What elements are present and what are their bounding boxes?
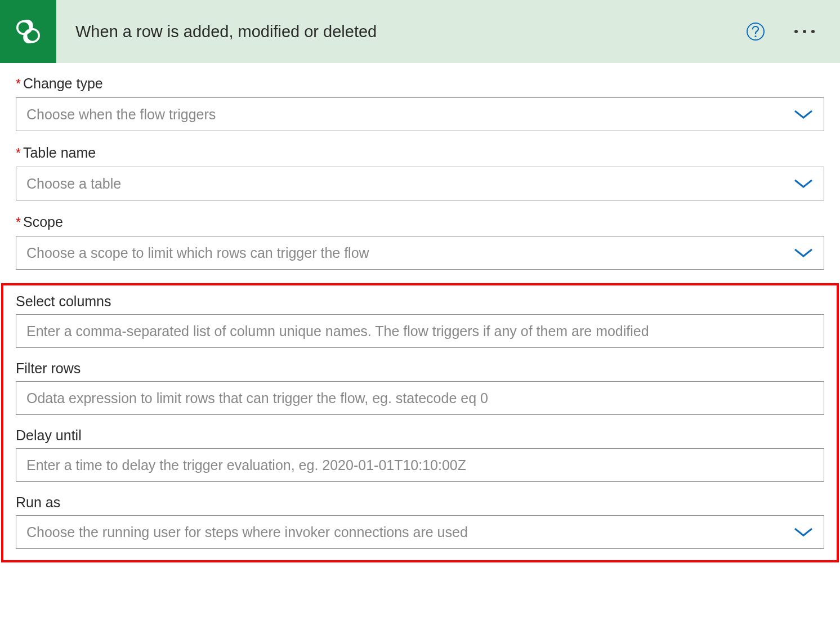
change-type-select[interactable]: Choose when the flow triggers	[16, 97, 824, 131]
dataverse-icon	[12, 16, 44, 47]
scope-select[interactable]: Choose a scope to limit which rows can t…	[16, 236, 824, 270]
chevron-down-icon	[793, 526, 814, 538]
select-columns-input[interactable]: Enter a comma-separated list of column u…	[16, 314, 824, 348]
more-options-button[interactable]	[790, 21, 819, 42]
select-columns-placeholder: Enter a comma-separated list of column u…	[26, 323, 814, 339]
run-as-label: Run as	[16, 494, 824, 511]
filter-rows-placeholder: Odata expression to limit rows that can …	[26, 390, 814, 406]
scope-label-text: Scope	[23, 214, 63, 230]
delay-until-input[interactable]: Enter a time to delay the trigger evalua…	[16, 448, 824, 482]
field-run-as: Run as Choose the running user for steps…	[16, 494, 824, 549]
required-asterisk: *	[16, 146, 21, 161]
field-select-columns: Select columns Enter a comma-separated l…	[16, 293, 824, 348]
more-icon	[794, 30, 815, 33]
help-button[interactable]	[745, 21, 766, 42]
select-columns-label: Select columns	[16, 293, 824, 310]
table-name-label: * Table name	[16, 145, 824, 161]
change-type-placeholder: Choose when the flow triggers	[26, 106, 793, 123]
table-name-select[interactable]: Choose a table	[16, 167, 824, 200]
delay-until-label-text: Delay until	[16, 427, 82, 444]
delay-until-label: Delay until	[16, 427, 824, 444]
field-change-type: * Change type Choose when the flow trigg…	[16, 75, 824, 131]
svg-point-3	[754, 35, 756, 37]
table-name-placeholder: Choose a table	[26, 176, 793, 192]
run-as-select[interactable]: Choose the running user for steps where …	[16, 515, 824, 549]
scope-placeholder: Choose a scope to limit which rows can t…	[26, 245, 793, 261]
delay-until-placeholder: Enter a time to delay the trigger evalua…	[26, 457, 814, 473]
trigger-title: When a row is added, modified or deleted	[75, 23, 745, 41]
required-asterisk: *	[16, 77, 21, 92]
filter-rows-input[interactable]: Odata expression to limit rows that can …	[16, 381, 824, 415]
field-delay-until: Delay until Enter a time to delay the tr…	[16, 427, 824, 482]
filter-rows-label-text: Filter rows	[16, 360, 81, 377]
filter-rows-label: Filter rows	[16, 360, 824, 377]
run-as-label-text: Run as	[16, 494, 60, 511]
field-filter-rows: Filter rows Odata expression to limit ro…	[16, 360, 824, 415]
help-icon	[746, 22, 765, 41]
select-columns-label-text: Select columns	[16, 293, 111, 310]
dataverse-icon-box	[0, 0, 56, 63]
advanced-options-highlight: Select columns Enter a comma-separated l…	[1, 283, 839, 562]
chevron-down-icon	[793, 109, 814, 120]
svg-point-1	[26, 29, 39, 42]
change-type-label-text: Change type	[23, 75, 103, 92]
chevron-down-icon	[793, 178, 814, 189]
scope-label: * Scope	[16, 214, 824, 230]
run-as-placeholder: Choose the running user for steps where …	[26, 524, 793, 540]
trigger-form: * Change type Choose when the flow trigg…	[0, 63, 840, 270]
table-name-label-text: Table name	[23, 145, 96, 161]
required-asterisk: *	[16, 215, 21, 230]
chevron-down-icon	[793, 247, 814, 258]
change-type-label: * Change type	[16, 75, 824, 92]
field-table-name: * Table name Choose a table	[16, 145, 824, 200]
field-scope: * Scope Choose a scope to limit which ro…	[16, 214, 824, 270]
trigger-header: When a row is added, modified or deleted	[0, 0, 840, 63]
